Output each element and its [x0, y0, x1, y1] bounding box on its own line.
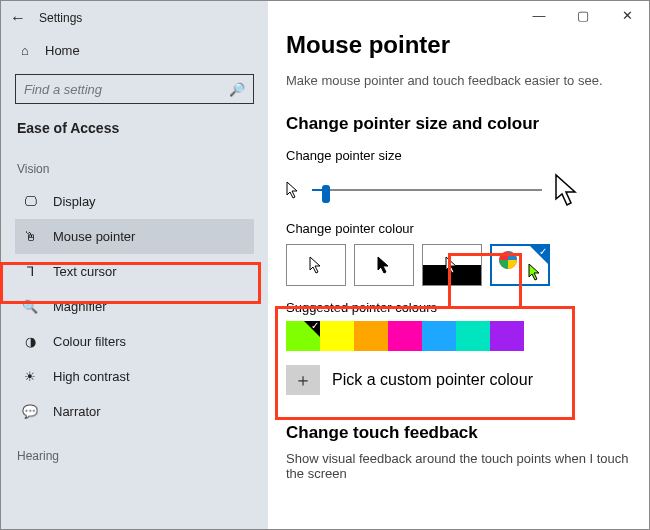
nav-magnifier[interactable]: 🔍 Magnifier: [15, 289, 254, 324]
suggested-colours: [286, 321, 631, 351]
nav-home[interactable]: ⌂ Home: [15, 35, 254, 66]
swatch-purple[interactable]: [490, 321, 524, 351]
section-size-colour: Change pointer size and colour: [286, 114, 631, 134]
nav-narrator[interactable]: 💬 Narrator: [15, 394, 254, 429]
high-contrast-icon: ☀: [21, 369, 39, 384]
nav-label: Text cursor: [53, 264, 117, 279]
colour-filters-icon: ◑: [21, 334, 39, 349]
window-close[interactable]: ✕: [605, 1, 649, 29]
group-title: Ease of Access: [17, 120, 254, 136]
search-box[interactable]: 🔎: [15, 74, 254, 104]
nav-mouse-pointer[interactable]: 🖱 Mouse pointer: [15, 219, 254, 254]
magnifier-icon: 🔍: [21, 299, 39, 314]
nav-display[interactable]: 🖵 Display: [15, 184, 254, 219]
swatch-magenta[interactable]: [388, 321, 422, 351]
nav-label: High contrast: [53, 369, 130, 384]
home-icon: ⌂: [17, 43, 33, 58]
category-hearing: Hearing: [17, 449, 254, 463]
nav-high-contrast[interactable]: ☀ High contrast: [15, 359, 254, 394]
search-icon: 🔎: [229, 82, 245, 97]
label-pointer-size: Change pointer size: [286, 148, 631, 163]
text-cursor-icon: Ꞁ: [21, 264, 39, 279]
section-touch-feedback: Change touch feedback: [286, 423, 631, 443]
swatch-yellow[interactable]: [320, 321, 354, 351]
pointer-colour-inverted[interactable]: [422, 244, 482, 286]
app-title: Settings: [39, 11, 82, 25]
display-icon: 🖵: [21, 194, 39, 209]
back-button[interactable]: ←: [1, 9, 35, 27]
touch-feedback-desc: Show visual feedback around the touch po…: [286, 451, 631, 481]
label-pointer-colour: Change pointer colour: [286, 221, 631, 236]
sidebar: ← Settings ⌂ Home 🔎 Ease of Access Visio…: [1, 1, 268, 529]
add-custom-colour-button[interactable]: ＋: [286, 365, 320, 395]
nav-label: Magnifier: [53, 299, 106, 314]
pointer-size-slider[interactable]: [312, 178, 542, 202]
nav-label: Display: [53, 194, 96, 209]
narrator-icon: 💬: [21, 404, 39, 419]
swatch-orange[interactable]: [354, 321, 388, 351]
cursor-large-icon: [554, 173, 580, 207]
swatch-lime[interactable]: [286, 321, 320, 351]
page-subtitle: Make mouse pointer and touch feedback ea…: [286, 73, 631, 88]
pointer-colour-custom[interactable]: [490, 244, 550, 286]
colour-wheel-icon: [498, 250, 522, 274]
nav-colour-filters[interactable]: ◑ Colour filters: [15, 324, 254, 359]
check-icon: [530, 246, 548, 264]
swatch-blue[interactable]: [422, 321, 456, 351]
window-maximize[interactable]: ▢: [561, 1, 605, 29]
mouse-pointer-icon: 🖱: [21, 229, 39, 244]
page-title: Mouse pointer: [286, 31, 631, 59]
pointer-colour-white[interactable]: [286, 244, 346, 286]
category-vision: Vision: [17, 162, 254, 176]
label-suggested-colours: Suggested pointer colours: [286, 300, 631, 315]
nav-home-label: Home: [45, 43, 80, 58]
nav-text-cursor[interactable]: Ꞁ Text cursor: [15, 254, 254, 289]
nav-label: Colour filters: [53, 334, 126, 349]
main-panel: — ▢ ✕ Mouse pointer Make mouse pointer a…: [268, 1, 649, 529]
cursor-small-icon: [286, 181, 300, 199]
nav-label: Narrator: [53, 404, 101, 419]
window-minimize[interactable]: —: [517, 1, 561, 29]
pointer-colour-black[interactable]: [354, 244, 414, 286]
custom-colour-label: Pick a custom pointer colour: [332, 371, 533, 389]
nav-label: Mouse pointer: [53, 229, 135, 244]
swatch-teal[interactable]: [456, 321, 490, 351]
search-input[interactable]: [24, 82, 204, 97]
